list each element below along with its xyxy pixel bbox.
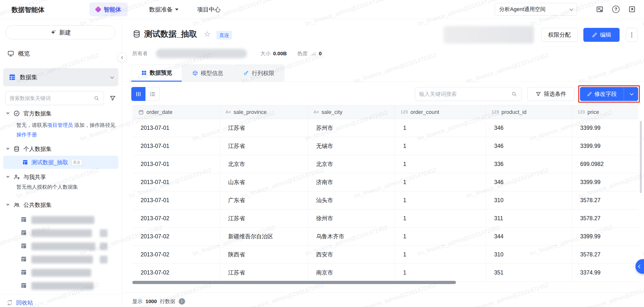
- filter-icon: [536, 91, 541, 97]
- sidebar-item-recycle-bin[interactable]: 回收站: [6, 298, 33, 307]
- recycle-bin-label: 回收站: [16, 299, 33, 306]
- table-cell: 北京市: [308, 155, 395, 173]
- table-cell: 2013-07-01: [132, 192, 220, 209]
- table-cell: 3578.27: [572, 246, 638, 264]
- tab-row-column-permission[interactable]: 行列权限: [234, 64, 284, 82]
- blurred-text: [31, 282, 94, 290]
- table-cell: 苏州市: [308, 119, 395, 137]
- datasets-label: 数据集: [20, 73, 38, 81]
- date-type-icon: [138, 109, 144, 115]
- page-title: 测试数据_抽取: [144, 28, 197, 40]
- nav-item-project-center[interactable]: 项目中心: [197, 0, 220, 19]
- tree-section-shared[interactable]: 与我共享: [0, 172, 46, 182]
- tab-data-preview[interactable]: 数据预览: [131, 64, 182, 82]
- nav-item-data-prep[interactable]: 数据准备: [149, 0, 178, 19]
- list-view-button[interactable]: [146, 87, 160, 101]
- table-cell: 2013-07-01: [132, 155, 220, 173]
- blurred-tag: [100, 256, 108, 264]
- permission-assign-button[interactable]: 权限分配: [541, 28, 578, 42]
- project-admin-link[interactable]: 项目管理员: [47, 122, 73, 128]
- console-icon[interactable]: [595, 4, 605, 14]
- sidebar-divider: [0, 294, 122, 294]
- chevron-down-icon: [630, 92, 634, 96]
- size-value: 0.00B: [273, 50, 287, 56]
- sidebar-collapse-handle[interactable]: [117, 52, 127, 62]
- table-cell: 江苏省: [220, 119, 308, 137]
- tree-section-official[interactable]: 官方数据集: [0, 108, 52, 118]
- grid-view-button[interactable]: [131, 87, 146, 101]
- table-cell: 3399.99: [572, 119, 638, 137]
- number-type-icon: 123: [401, 110, 408, 114]
- modify-fields-dropdown-button[interactable]: [624, 87, 638, 101]
- chevron-left-icon: [638, 264, 642, 268]
- nav-agent-label: 智能体: [104, 6, 121, 14]
- official-datasets-label: 官方数据集: [24, 110, 52, 117]
- table-cell: 1: [395, 264, 486, 282]
- dataset-filter-button[interactable]: [107, 91, 118, 105]
- vertical-scrollbar[interactable]: [640, 121, 642, 193]
- public-datasets-label: 公共数据集: [24, 201, 52, 209]
- tree-expand-icon[interactable]: [6, 112, 10, 115]
- blurred-owner-name: [156, 49, 247, 58]
- tree-section-public[interactable]: 公共数据集: [0, 200, 52, 210]
- app-title: 数据智能体: [12, 6, 44, 14]
- tree-expand-icon[interactable]: [6, 204, 10, 206]
- agent-logo-icon: [95, 6, 102, 13]
- favorite-star-icon[interactable]: ☆: [204, 30, 210, 38]
- search-icon: [511, 91, 517, 97]
- tree-expand-icon[interactable]: [6, 176, 10, 178]
- table-cell: 336: [486, 155, 572, 173]
- horizontal-scrollbar[interactable]: [132, 281, 456, 284]
- blurred-dataset-item[interactable]: [0, 214, 122, 226]
- table-row: 2013-07-01广东省汕头市13103578.27: [132, 192, 638, 210]
- column-header-order_count: 123order_count: [395, 105, 486, 119]
- nav-item-agent[interactable]: 智能体: [90, 2, 128, 16]
- filter-icon: [109, 95, 116, 102]
- badge-check-icon: [13, 110, 20, 117]
- column-header-order_date: order_date: [132, 105, 220, 119]
- table-cell: 无锡市: [308, 137, 395, 155]
- table-cell: 广东省: [220, 192, 308, 209]
- tree-expand-icon[interactable]: [6, 148, 10, 150]
- sidebar-item-datasets[interactable]: 数据集: [3, 68, 118, 86]
- modify-fields-button[interactable]: 修改字段: [580, 87, 624, 101]
- sidebar-item-selected-dataset[interactable]: 测试数据_抽取 直连: [3, 156, 118, 169]
- blurred-dataset-item[interactable]: [0, 227, 122, 239]
- edit-button[interactable]: 编辑: [583, 28, 620, 42]
- table-cell: 3399.99: [572, 228, 638, 246]
- column-name: price: [588, 109, 599, 115]
- table-cell: 310: [486, 192, 572, 209]
- table-row: 2013-07-02陕西省西安市13103578.27: [132, 246, 638, 264]
- owner-meta: 所有者: [132, 49, 148, 58]
- size-label: 大小: [260, 50, 271, 57]
- blurred-dataset-item[interactable]: [0, 267, 122, 278]
- pencil-icon: [587, 92, 592, 97]
- dataset-search-input[interactable]: [10, 95, 94, 101]
- table-search-input[interactable]: [419, 91, 511, 97]
- dataset-icon: [20, 269, 27, 276]
- blurred-text: [31, 216, 94, 224]
- table-cell: 南京市: [308, 264, 395, 282]
- list-icon: [150, 91, 156, 97]
- blurred-dataset-item[interactable]: [0, 280, 122, 292]
- tree-section-personal[interactable]: 个人数据集: [0, 144, 52, 154]
- blurred-dataset-item[interactable]: [0, 240, 122, 252]
- tab-model-info[interactable]: 模型信息: [182, 64, 233, 82]
- main-content: 测试数据_抽取 ☆ 直连 权限分配 编辑 所有者 大小 0.00B 热度 0: [122, 19, 644, 307]
- blurred-tag: [100, 229, 108, 237]
- workspace-select[interactable]: 分析Agent通用空间: [494, 3, 577, 16]
- help-icon[interactable]: ?: [611, 4, 621, 14]
- open-in-icon[interactable]: [627, 4, 637, 14]
- blurred-dataset-item[interactable]: [0, 254, 122, 265]
- overview-label: 概览: [18, 50, 30, 58]
- sidebar-item-overview[interactable]: 概览: [7, 46, 30, 60]
- more-actions-button[interactable]: [626, 28, 638, 42]
- column-name: sale_province: [234, 109, 267, 115]
- heat-value: 0: [319, 50, 322, 56]
- column-header-sale_city: A≡sale_city: [308, 105, 395, 119]
- manual-link[interactable]: 操作手册: [16, 132, 37, 137]
- new-button[interactable]: 新建: [6, 26, 116, 39]
- info-icon[interactable]: i: [179, 298, 185, 304]
- topbar: 数据智能体 智能体 数据准备 项目中心 分析Agent通用空间 ?: [0, 0, 644, 19]
- filter-condition-button[interactable]: 筛选条件: [528, 87, 574, 101]
